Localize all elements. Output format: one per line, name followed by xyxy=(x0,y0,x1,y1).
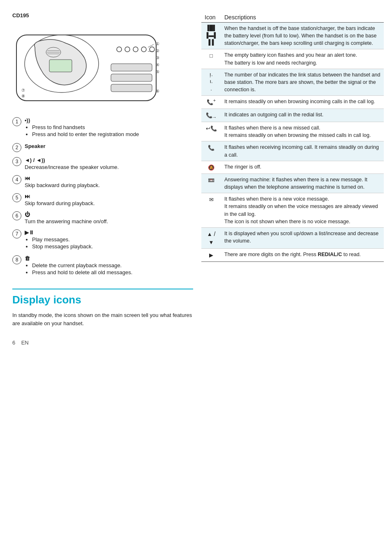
item6-icon: ⏻ xyxy=(25,211,193,217)
item1-bullet-1: Press to find handsets xyxy=(32,124,193,130)
signal-icon-stack: ı̦. ı. . xyxy=(205,71,218,92)
item8-bullet-1: Delete the current playback message. xyxy=(32,262,193,268)
more-digits-icon: ▶ xyxy=(209,252,213,258)
item7-icon: ▶⏸ xyxy=(25,229,193,236)
desc-cell-voicemail: It flashes when there is a new voice mes… xyxy=(221,193,384,228)
desc-cell-missed: It flashes when there is a new missed ca… xyxy=(221,122,384,141)
num-badge-6: 6 xyxy=(12,211,21,220)
desc-cell-answering: Answering machine: it flashes when there… xyxy=(221,174,384,193)
svg-text:③: ③ xyxy=(156,56,159,60)
scroll-up-icon: ▲ xyxy=(207,231,212,237)
voicemail-icon: ✉ xyxy=(209,197,214,203)
item3-icon: ◄) / ◄)) xyxy=(25,157,193,163)
num-content-6: ⏻ Turn the answering machine on/off. xyxy=(25,211,193,224)
right-column: Icon Descriptions ▐█▌ ▐▬▌ ▐ ▌ When the h… xyxy=(201,12,384,543)
icon-cell-empty-battery: □ xyxy=(201,49,221,69)
item4-icon: ⏮ xyxy=(25,175,193,181)
item5-desc: Skip forward during playback. xyxy=(25,200,193,206)
icon-cell-answering: 📼 xyxy=(201,174,221,193)
table-row: □ The empty battery icon flashes and you… xyxy=(201,49,384,69)
battery-icon-stack: ▐█▌ ▐▬▌ ▐ ▌ xyxy=(205,25,218,46)
num-item-7: 7 ▶⏸ Play messages. Stop messages playba… xyxy=(12,229,193,250)
empty-battery-icon: □ xyxy=(210,53,213,59)
num-item-4: 4 ⏮ Skip backward during playback. xyxy=(12,175,193,188)
svg-text:④: ④ xyxy=(156,62,159,67)
page-number: 6 xyxy=(12,340,15,346)
desc-cell-empty-battery: The empty battery icon flashes and you h… xyxy=(221,49,384,69)
item1-icon: •)) xyxy=(25,117,193,123)
scroll-down-icon: ▼ xyxy=(209,239,214,245)
num-content-8: 🗑 Delete the current playback message. P… xyxy=(25,255,193,276)
desc-cell-outgoing: It indicates an outgoing call in the red… xyxy=(221,109,384,122)
model-title: CD195 xyxy=(12,12,193,18)
icon-cell-signal: ı̦. ı. . xyxy=(201,69,221,95)
svg-point-9 xyxy=(133,47,138,52)
num-item-1: 1 •)) Press to find handsets Press and h… xyxy=(12,117,193,138)
svg-point-10 xyxy=(141,47,146,52)
table-header-row: Icon Descriptions xyxy=(201,12,384,23)
signal-mid-icon: ı. xyxy=(210,78,212,85)
num-content-7: ▶⏸ Play messages. Stop messages playback… xyxy=(25,229,193,250)
item7-bullet-1: Play messages. xyxy=(32,236,193,243)
table-row: 📼 Answering machine: it flashes when the… xyxy=(201,174,384,193)
icon-cell-call-active: 📞 xyxy=(201,141,221,161)
call-active-icon: 📞 xyxy=(208,145,214,151)
svg-text:②: ② xyxy=(156,49,159,53)
item8-icon: 🗑 xyxy=(25,255,193,261)
num-item-8: 8 🗑 Delete the current playback message.… xyxy=(12,255,193,276)
desc-cell-call-active: It flashes when receiving incoming call.… xyxy=(221,141,384,161)
desc-cell-more: There are more digits on the right. Pres… xyxy=(221,249,384,261)
section-divider xyxy=(12,289,193,289)
num-content-2: Speaker xyxy=(25,143,193,150)
table-row: 🔕 The ringer is off. xyxy=(201,161,384,173)
table-row: ı̦. ı. . The number of bar indicates the… xyxy=(201,69,384,95)
num-item-5: 5 ⏭ Skip forward during playback. xyxy=(12,193,193,206)
icon-cell-incoming: 📞+ xyxy=(201,96,221,109)
desc-cell-incoming: It remains steadily on when browsing inc… xyxy=(221,96,384,109)
table-row: ▶ There are more digits on the right. Pr… xyxy=(201,249,384,261)
item7-list: Play messages. Stop messages playback. xyxy=(25,236,193,250)
item6-desc: Turn the answering machine on/off. xyxy=(25,218,193,224)
table-row: ↩📞 It flashes when there is a new missed… xyxy=(201,122,384,141)
icon-cell-ringer-off: 🔕 xyxy=(201,161,221,173)
table-row: ▲ / ▼ It is displayed when you scroll up… xyxy=(201,227,384,249)
table-row: ✉ It flashes when there is a new voice m… xyxy=(201,193,384,228)
table-row: 📞+ It remains steadily on when browsing … xyxy=(201,96,384,109)
item8-bullet-2: Press and hold to delete all old message… xyxy=(32,269,193,275)
svg-rect-13 xyxy=(111,74,152,81)
page-footer: 6 EN xyxy=(12,340,193,346)
item1-list: Press to find handsets Press and hold to… xyxy=(25,124,193,137)
num-badge-7: 7 xyxy=(12,229,21,238)
item3-desc: Decrease/increase the speaker volume. xyxy=(25,164,193,170)
icon-cell-battery: ▐█▌ ▐▬▌ ▐ ▌ xyxy=(201,23,221,49)
svg-text:⑥: ⑥ xyxy=(156,89,159,93)
icon-cell-missed: ↩📞 xyxy=(201,122,221,141)
icon-cell-more: ▶ xyxy=(201,249,221,261)
num-badge-2: 2 xyxy=(12,143,21,152)
item7-bullet-2: Stop messages playback. xyxy=(32,243,193,250)
svg-text:⑤: ⑤ xyxy=(156,69,159,74)
num-content-4: ⏮ Skip backward during playback. xyxy=(25,175,193,188)
table-row: ▐█▌ ▐▬▌ ▐ ▌ When the handset is off the … xyxy=(201,23,384,49)
table-row: 📞→ It indicates an outgoing call in the … xyxy=(201,109,384,122)
page-lang: EN xyxy=(21,340,29,346)
svg-text:①: ① xyxy=(156,42,159,46)
battery-low-icon: ▐ ▌ xyxy=(207,39,216,46)
device-image: ① ② ③ ④ ⑤ ⑥ ⑦ ⑧ xyxy=(12,23,168,109)
outgoing-call-icon: 📞→ xyxy=(206,112,217,118)
svg-text:⑦: ⑦ xyxy=(21,88,25,92)
desc-cell-scroll: It is displayed when you scroll up/down … xyxy=(221,227,384,249)
svg-point-8 xyxy=(125,47,130,52)
svg-rect-6 xyxy=(49,60,72,72)
num-item-3: 3 ◄) / ◄)) Decrease/increase the speaker… xyxy=(12,157,193,170)
svg-point-11 xyxy=(150,47,154,52)
numbered-items: 1 •)) Press to find handsets Press and h… xyxy=(12,117,193,276)
icon-cell-scroll: ▲ / ▼ xyxy=(201,227,221,249)
num-badge-3: 3 xyxy=(12,157,21,166)
icon-cell-voicemail: ✉ xyxy=(201,193,221,228)
num-badge-1: 1 xyxy=(12,117,21,126)
svg-text:⑧: ⑧ xyxy=(21,94,25,98)
col-desc-header: Descriptions xyxy=(221,12,384,23)
display-icons-desc: In standby mode, the icons shown on the … xyxy=(12,311,193,327)
item4-desc: Skip backward during playback. xyxy=(25,182,193,188)
